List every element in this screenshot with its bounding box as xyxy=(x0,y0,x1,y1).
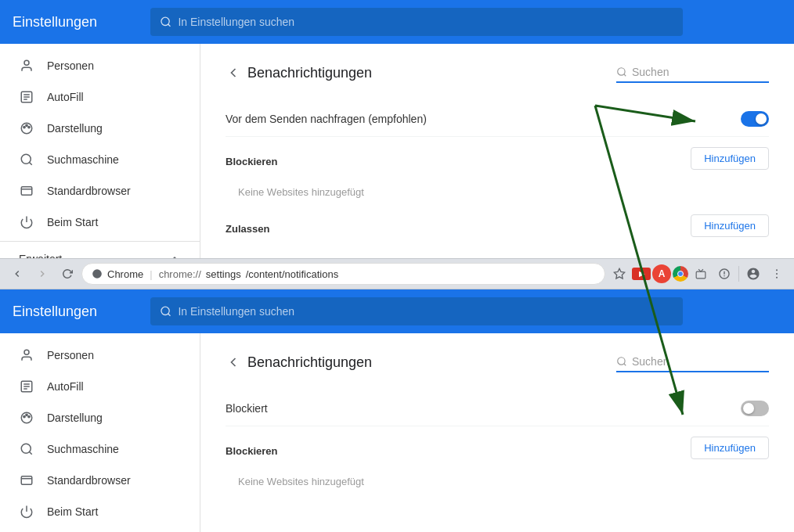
bottom-search-input[interactable] xyxy=(178,305,673,318)
bottom-search-bar[interactable] xyxy=(150,297,683,325)
bottom-sidebar-label-beimstart: Beim Start xyxy=(47,505,98,518)
top-search-bar[interactable] xyxy=(150,8,683,36)
forward-nav-button[interactable] xyxy=(31,263,53,285)
erweitert-label: Erweitert xyxy=(19,253,62,258)
top-title: Einstellungen xyxy=(13,14,138,31)
bottom-blockieren-row: Blockieren Hinzufügen xyxy=(226,426,769,469)
bottom-no-sites: Keine Websites hinzugefügt xyxy=(226,469,769,494)
svg-line-12 xyxy=(29,162,31,164)
bottom-content-search-input[interactable] xyxy=(632,355,769,368)
top-blockieren-title: Blockieren xyxy=(226,156,277,167)
autofill-icon xyxy=(19,89,34,105)
svg-line-36 xyxy=(29,451,31,454)
sidebar-label-suchmaschine: Suchmaschine xyxy=(47,153,119,166)
sidebar-item-standardbrowser[interactable]: Standardbrowser xyxy=(0,175,200,207)
top-body: Personen AutoFill Darstellung xyxy=(0,44,794,258)
top-no-sites: Keine Websites hinzugefügt xyxy=(226,180,769,204)
user-profile-button[interactable] xyxy=(742,263,764,285)
bottom-blockiert-row: Blockiert xyxy=(226,391,769,426)
menu-button[interactable] xyxy=(766,263,788,285)
bottom-sidebar-item-autofill[interactable]: AutoFill xyxy=(0,371,200,402)
bottom-title: Einstellungen xyxy=(13,304,138,320)
reload-button[interactable] xyxy=(56,263,78,285)
sidebar-item-autofill[interactable]: AutoFill xyxy=(0,81,200,113)
top-sidebar: Personen AutoFill Darstellung xyxy=(0,44,200,258)
top-content-search[interactable] xyxy=(616,63,769,83)
bottom-back-button[interactable] xyxy=(226,354,241,370)
svg-rect-13 xyxy=(21,187,32,196)
address-bar[interactable]: Chrome | chrome://settings/content/notif… xyxy=(81,263,605,285)
bottom-sidebar-item-beimstart[interactable]: Beim Start xyxy=(0,496,200,527)
bottom-palette-icon xyxy=(19,410,34,426)
bottom-sidebar-item-suchmaschine[interactable]: Suchmaschine xyxy=(0,433,200,465)
url-path: /content/notifications xyxy=(246,268,339,280)
browser-icon xyxy=(19,183,34,199)
sidebar-divider xyxy=(0,241,200,242)
bottom-search-icon-sidebar xyxy=(19,441,34,457)
top-zulassen-hinzufuegen[interactable]: Hinzufügen xyxy=(691,214,769,237)
svg-point-8 xyxy=(23,126,25,128)
bottom-sidebar-item-darstellung[interactable]: Darstellung xyxy=(0,402,200,433)
svg-point-32 xyxy=(23,415,25,417)
sidebar-label-darstellung: Darstellung xyxy=(47,122,103,135)
sidebar-item-personen[interactable]: Personen xyxy=(0,50,200,81)
bottom-content-header-left: Benachrichtigungen xyxy=(226,354,372,371)
bottom-power-icon xyxy=(19,504,34,519)
palette-icon xyxy=(19,120,34,136)
content-search-input[interactable] xyxy=(632,66,769,78)
svg-point-26 xyxy=(24,350,29,354)
bottom-content-search[interactable] xyxy=(616,352,769,372)
sidebar-item-beimstart[interactable]: Beim Start xyxy=(0,207,200,238)
top-blockieren-row: Blockieren Hinzufügen xyxy=(226,137,769,180)
svg-rect-20 xyxy=(696,271,706,279)
sidebar-item-suchmaschine[interactable]: Suchmaschine xyxy=(0,144,200,175)
bottom-content-search-icon xyxy=(616,356,627,367)
svg-point-23 xyxy=(776,277,778,279)
bottom-sidebar-item-personen[interactable]: Personen xyxy=(0,340,200,371)
content-header-left: Benachrichtigungen xyxy=(226,65,372,81)
sidebar-label-autofill: AutoFill xyxy=(47,91,84,103)
erweitert-row[interactable]: Erweitert xyxy=(0,245,200,258)
bottom-content-header: Benachrichtigungen xyxy=(226,352,769,372)
top-content-header: Benachrichtigungen xyxy=(226,63,769,83)
top-blockieren-hinzufuegen[interactable]: Hinzufügen xyxy=(691,147,769,170)
toolbar-icons: ▶ A xyxy=(608,263,788,285)
bottom-blockieren-hinzufuegen[interactable]: Hinzufügen xyxy=(691,437,769,459)
svg-point-22 xyxy=(776,273,778,275)
ext2-button[interactable] xyxy=(713,263,735,285)
screen-record-button[interactable] xyxy=(690,263,712,285)
bottom-sidebar-label-standardbrowser: Standardbrowser xyxy=(47,474,131,487)
sidebar-item-darstellung[interactable]: Darstellung xyxy=(0,113,200,144)
top-toggle[interactable] xyxy=(741,111,769,127)
search-icon xyxy=(160,16,171,28)
bookmark-button[interactable] xyxy=(608,263,630,285)
back-button[interactable] xyxy=(226,65,241,81)
site-info-icon xyxy=(92,268,103,279)
bottom-sidebar-item-standardbrowser[interactable]: Standardbrowser xyxy=(0,465,200,496)
bottom-sidebar: Personen AutoFill Darstellung xyxy=(0,333,200,532)
bottom-sidebar-label-personen: Personen xyxy=(47,349,94,361)
svg-point-33 xyxy=(26,414,27,415)
page-wrapper: Einstellungen Personen xyxy=(0,0,794,532)
svg-line-41 xyxy=(624,364,626,366)
svg-point-2 xyxy=(24,60,29,65)
bottom-browser-icon xyxy=(19,473,34,488)
svg-point-18 xyxy=(92,269,102,279)
back-nav-button[interactable] xyxy=(6,263,28,285)
bottom-body: Personen AutoFill Darstellung xyxy=(0,333,794,532)
bottom-panel: Einstellungen Personen xyxy=(0,289,794,532)
svg-line-25 xyxy=(168,314,171,316)
bottom-search-icon xyxy=(160,305,171,318)
bottom-autofill-icon xyxy=(19,379,34,394)
bottom-toggle[interactable] xyxy=(741,401,769,416)
top-toggle-label: Vor dem Senden nachfragen (empfohlen) xyxy=(226,113,427,125)
svg-point-16 xyxy=(618,68,625,75)
browser-chrome-bar: Chrome | chrome://settings/content/notif… xyxy=(0,258,794,289)
search-icon-sidebar xyxy=(19,152,34,167)
content-search-icon xyxy=(616,66,627,77)
top-search-input[interactable] xyxy=(178,16,673,28)
profile-avatar[interactable]: A xyxy=(652,264,671,283)
svg-point-9 xyxy=(26,124,27,126)
bottom-sidebar-label-darstellung: Darstellung xyxy=(47,412,103,424)
extension-badge[interactable]: ▶ xyxy=(632,268,651,280)
